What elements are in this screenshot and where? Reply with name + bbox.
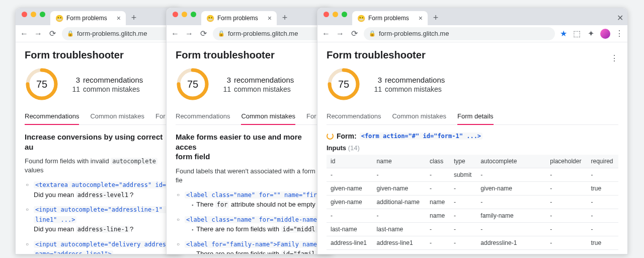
table-cell: - [327,168,373,182]
code-snippet[interactable]: line1" ...> [34,216,76,223]
page-menu-icon[interactable]: ⋮ [610,53,618,63]
forward-button[interactable]: → [185,29,194,38]
tab-common-mistakes[interactable]: Common mistakes [241,108,295,125]
global-close-icon[interactable]: ✕ [615,13,624,22]
table-cell: name [426,209,450,223]
close-window-icon[interactable] [324,12,329,17]
table-cell: address-line1 [373,250,426,254]
address-bar[interactable]: 🔒 form-problems.glitch.me [364,27,555,40]
maximize-window-icon[interactable] [342,12,347,17]
browser-window-1: 😬 Form problems × + ← → ⟳ 🔒 form-problem… [166,8,332,254]
new-tab-button[interactable]: + [279,12,291,24]
lock-icon: 🔒 [218,30,225,37]
inputs-table: idnameclasstypeautocompleteplaceholderre… [327,155,618,254]
back-button[interactable]: ← [20,29,29,38]
content-tabs: Recommendations Common mistakes For [176,108,323,125]
section-intro: Found form fields with invalid autocompl… [25,157,172,175]
browser-tab[interactable]: 😬 Form problems × [352,11,428,25]
summary-row: 75 3recommendations 11common mistakes [176,67,323,101]
tab-recommendations[interactable]: Recommendations [327,108,381,124]
tab-common-mistakes[interactable]: Common mistakes [90,108,144,124]
page-content: Form troubleshooter 75 3recommendations … [167,42,332,254]
table-row: address-line1address-line1--addressline-… [327,236,618,250]
url-text: form-problems.glitch.me [77,30,147,37]
table-cell: given-name [476,182,546,196]
mistake-label: common mistakes [385,85,442,93]
close-window-icon[interactable] [173,12,178,17]
table-cell: - [327,209,373,223]
forward-button[interactable]: → [34,29,43,38]
minimize-window-icon[interactable] [31,12,36,17]
maximize-window-icon[interactable] [40,12,45,17]
table-cell: - [426,236,450,250]
browser-menu-icon[interactable]: ⋮ [615,29,623,38]
tab-form-details[interactable]: For [306,108,316,124]
reload-button[interactable]: ⟳ [199,29,208,38]
table-cell: - [373,209,426,223]
back-button[interactable]: ← [321,29,331,38]
code-snippet[interactable]: <label for="family-name">Family name< [185,241,322,248]
table-cell: - [450,250,476,254]
new-tab-button[interactable]: + [430,12,442,24]
new-tab-button[interactable]: + [128,12,140,24]
table-row: given-nameadditional-namename---- [327,196,618,209]
table-header: name [373,155,426,168]
rec-label: recommendations [234,76,294,84]
tab-form-details[interactable]: Form details [457,108,494,125]
table-cell: address-line1 [373,236,426,250]
table-header: class [426,155,450,168]
tab-common-mistakes[interactable]: Common mistakes [392,108,446,124]
score-gauge: 75 [327,67,361,101]
score-gauge: 75 [176,67,210,101]
back-button[interactable]: ← [171,29,180,38]
recommendation-item: <input autocomplete="addressline-1" clin… [26,205,172,234]
table-header: placeholder [546,155,587,168]
tab-recommendations[interactable]: Recommendations [176,108,230,124]
close-tab-icon[interactable]: × [419,14,423,22]
browser-window-0: 😬 Form problems × + ← → ⟳ 🔒 form-problem… [15,8,181,254]
table-cell: address-line1 [327,236,373,250]
forward-button[interactable]: → [336,29,345,38]
score-gauge: 75 [25,67,59,101]
close-tab-icon[interactable]: × [117,14,121,22]
code-snippet[interactable]: <label class="name" for="" name="firs [185,191,322,199]
rec-label: recommendations [83,76,143,84]
browser-tab[interactable]: 😬 Form problems × [50,11,126,25]
reload-button[interactable]: ⟳ [48,29,57,38]
profile-avatar[interactable] [600,29,610,39]
code-snippet[interactable]: <textarea autocomplete="address" id=" [34,181,171,188]
code-snippet[interactable]: <input autocomplete="addressline-1" c [34,206,171,213]
tab-recommendations[interactable]: Recommendations [25,108,79,125]
tab-form-details[interactable]: For [155,108,166,124]
puzzle-icon[interactable]: ✦ [586,29,595,38]
table-cell: - [450,182,476,196]
close-window-icon[interactable] [22,12,27,17]
table-cell: - [450,196,476,209]
address-bar[interactable]: 🔒 form-problems.glitch.me [213,27,328,40]
browser-tab[interactable]: 😬 Form problems × [201,11,277,25]
maximize-window-icon[interactable] [191,12,196,17]
tab-strip: 😬 Form problems × + [16,8,181,25]
address-bar[interactable]: 🔒 form-problems.glitch.me [62,27,177,40]
lock-icon: 🔒 [369,30,376,37]
bookmark-star-icon[interactable]: ★ [560,29,567,38]
mistake-label: common mistakes [83,85,140,93]
page-title: Form troubleshooter [327,49,426,61]
table-header: id [327,155,373,168]
table-row: ---submit--- [327,168,618,182]
minimize-window-icon[interactable] [182,12,187,17]
code-snippet[interactable]: <label class="name" for="middle-name" [185,216,322,223]
table-cell: - [587,223,618,236]
table-cell: address-line [327,250,373,254]
code-snippet[interactable]: <input autocomplete="delivery address [34,241,171,248]
code-snippet[interactable]: name="address-line1"> [34,250,113,254]
close-tab-icon[interactable]: × [268,14,272,22]
extensions-icon[interactable]: ⬚ [572,29,581,38]
table-cell: additional-name [373,196,426,209]
page-content: Form troubleshooter ⋮ 75 3recommendation… [317,42,627,254]
mistake-count: 11 [371,85,382,93]
mistake-count: 11 [69,85,80,93]
minimize-window-icon[interactable] [333,12,338,17]
reload-button[interactable]: ⟳ [350,29,359,38]
form-code[interactable]: <form action="#" id="form-1" ...> [360,133,482,140]
